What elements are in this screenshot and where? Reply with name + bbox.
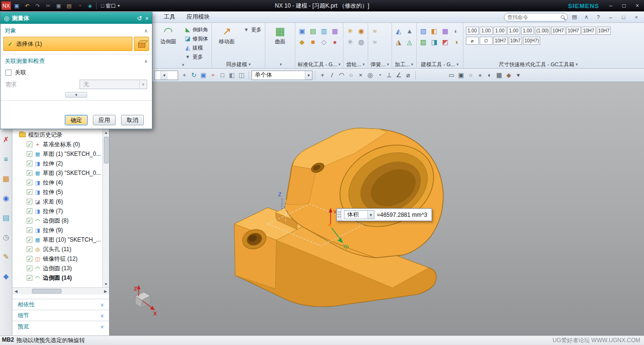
ribbon-tool-icon[interactable]: ◨ [430, 38, 439, 46]
tree-item[interactable]: ◠ 边倒圆 (13) [12, 264, 102, 273]
ribbon-tool-icon[interactable]: ▨ [419, 38, 428, 46]
ribbon-tool-icon[interactable]: ◇ [320, 38, 328, 46]
qat-icon[interactable]: ↶ [22, 1, 32, 10]
view-toolbar-icon[interactable]: ◐ [485, 71, 494, 80]
view-toolbar-icon[interactable]: ▾ [513, 71, 523, 80]
ribbon-small-button[interactable]: ◭ 拔模 [183, 43, 209, 52]
resource-bar-tab[interactable]: ◆ [3, 273, 9, 280]
checkbox-checked-icon[interactable] [27, 142, 32, 147]
ribbon-big-button[interactable]: ↗ 移动面 [214, 24, 239, 45]
scroll-left-icon[interactable]: ◀ [12, 289, 20, 294]
tree-item[interactable]: ◨ 拉伸 (9) [12, 225, 102, 235]
ribbon-small-button[interactable]: ◪ 修剪体 [183, 34, 209, 43]
reset-icon[interactable]: ↺ [137, 15, 142, 22]
scroll-down-icon[interactable]: ▼ [103, 281, 109, 287]
view-toolbar-icon[interactable]: ▦ [494, 71, 504, 80]
ribbon-tool-icon[interactable]: ▣ [298, 27, 306, 35]
ribbon-tab[interactable]: 应用模块 [181, 11, 215, 22]
snap-toolbar-icon[interactable]: ⌀ [403, 71, 413, 80]
ribbon-tool-icon[interactable]: ■ [309, 38, 317, 46]
tolerance-format-button[interactable]: 1.00 [521, 27, 534, 35]
qat-icon[interactable]: ▣ [54, 1, 63, 10]
snap-toolbar-icon[interactable]: × [356, 71, 365, 80]
ribbon-tool-icon[interactable]: ✳ [346, 38, 354, 46]
qat-icon[interactable]: ✂ [43, 1, 53, 10]
navigator-section-header[interactable]: 预览 ∨ [12, 321, 109, 332]
view-toolbar-icon[interactable]: ▣ [456, 71, 466, 80]
resource-bar-tab[interactable]: ▤ [2, 214, 9, 222]
ribbon-tool-icon[interactable]: ● [331, 38, 339, 46]
tree-item[interactable]: ◠ 边倒圆 (8) [12, 216, 102, 225]
tree-item[interactable]: ◨ 拉伸 (7) [12, 206, 102, 216]
selection-filter-combo[interactable]: 单个体 ▾ [252, 71, 312, 80]
toolbar-icon[interactable]: + [180, 71, 189, 80]
tolerance-format-button[interactable]: 10H7 [551, 27, 565, 35]
ribbon-collapse-icon[interactable]: ∧ [581, 13, 592, 21]
resource-bar-tab[interactable]: ◷ [3, 233, 9, 241]
view-toolbar-icon[interactable]: ▭ [447, 71, 456, 80]
tolerance-format-button[interactable]: 10h7 [509, 37, 522, 45]
ribbon-group-label[interactable]: 加工...▾ [394, 61, 414, 68]
snap-toolbar-icon[interactable]: ◠ [337, 71, 346, 80]
scope-combo[interactable]: ▾ [154, 71, 178, 80]
checkbox-checked-icon[interactable] [27, 151, 32, 157]
snap-toolbar-icon[interactable]: ⊥ [384, 71, 394, 80]
qat-icon[interactable]: ◔ [75, 1, 84, 10]
checkbox-checked-icon[interactable] [27, 237, 32, 243]
ribbon-group-label[interactable]: 建模工具 - G...▾ [419, 61, 461, 68]
tolerance-format-button[interactable]: ⌀ [466, 37, 479, 45]
snap-toolbar-icon[interactable]: ∠ [394, 71, 403, 80]
resource-bar-tab[interactable]: ≡ [4, 155, 8, 163]
qat-icon[interactable]: ▣ [12, 1, 21, 10]
drag-handle-icon[interactable] [337, 209, 342, 221]
toolbar-icon[interactable]: ▣ [199, 71, 208, 80]
ribbon-tool-icon[interactable]: ▩ [441, 27, 450, 35]
view-toolbar-icon[interactable]: ○ [466, 71, 475, 80]
qat-icon[interactable]: ↷ [33, 1, 42, 10]
tree-item[interactable]: ▦ 草图 (10) "SKETCH_... [12, 235, 102, 244]
tolerance-format-button[interactable]: 10H7 [566, 27, 581, 35]
ribbon-group-label[interactable]: 同步建模▾ [214, 61, 262, 68]
ribbon-tool-icon[interactable]: ◧ [430, 27, 439, 35]
tree-item[interactable]: ◠ 边倒圆 (14) [12, 273, 102, 283]
checkbox-checked-icon[interactable] [27, 161, 32, 166]
ribbon-tool-icon[interactable]: ◐ [452, 27, 461, 35]
horizontal-scrollbar[interactable]: ◀ ▶ [12, 287, 109, 294]
tolerance-format-button[interactable]: (1.00) [535, 27, 550, 35]
tolerance-format-button[interactable]: 1.00 [493, 27, 506, 35]
window-menu-button[interactable]: □ 窗口 ▾ [98, 2, 122, 10]
ribbon-tool-icon[interactable]: ▦ [331, 27, 339, 35]
ribbon-small-button[interactable]: ▾ 更多 [242, 25, 262, 34]
scroll-right-icon[interactable]: ▶ [102, 289, 109, 294]
snap-toolbar-icon[interactable]: ○ [346, 71, 356, 80]
ribbon-small-button[interactable]: ◣ 倒斜角 [183, 25, 209, 34]
checkbox-checked-icon[interactable] [27, 180, 32, 185]
ribbon-tool-icon[interactable]: ▥ [320, 27, 328, 35]
tolerance-format-button[interactable]: 1.00 [507, 27, 520, 35]
tree-item[interactable]: ◪ 求差 (6) [12, 197, 102, 206]
ribbon-tool-icon[interactable]: ✳ [346, 27, 354, 35]
ribbon-tool-icon[interactable]: ▲ [405, 27, 414, 35]
tree-item[interactable]: ◨ 拉伸 (2) [12, 159, 102, 168]
scroll-up-icon[interactable]: ▲ [103, 129, 109, 136]
close-button[interactable]: × [631, 0, 644, 11]
toolbar-icon[interactable]: + [208, 71, 218, 80]
ribbon-tool-icon[interactable]: ◆ [298, 38, 306, 46]
qat-icon[interactable]: ◈ [85, 1, 95, 10]
ribbon-group-label[interactable]: 标准化工具 - G...▾ [298, 61, 341, 68]
doc-restore-button[interactable]: □ [618, 13, 629, 21]
ribbon-tool-icon[interactable]: ≈ [371, 38, 379, 46]
ribbon-tool-icon[interactable]: ◮ [394, 38, 403, 46]
ribbon-tab[interactable]: 工具 [158, 11, 181, 22]
checkbox-checked-icon[interactable] [27, 218, 32, 223]
minimize-button[interactable]: – [604, 0, 617, 11]
requirement-select[interactable]: 无 ▾ [80, 80, 147, 89]
tolerance-format-button[interactable]: 10H7 [597, 27, 611, 35]
resource-bar-tab[interactable]: ◉ [3, 194, 9, 202]
qat-icon[interactable]: ▤ [64, 1, 74, 10]
toolbar-icon[interactable]: □ [218, 71, 227, 80]
checkbox-checked-icon[interactable] [27, 246, 32, 252]
tree-item[interactable]: ◎ 沉头孔 (11) [12, 244, 102, 254]
wcs-triad[interactable]: Z X [134, 285, 157, 316]
qat-icon[interactable]: NX [1, 1, 11, 10]
